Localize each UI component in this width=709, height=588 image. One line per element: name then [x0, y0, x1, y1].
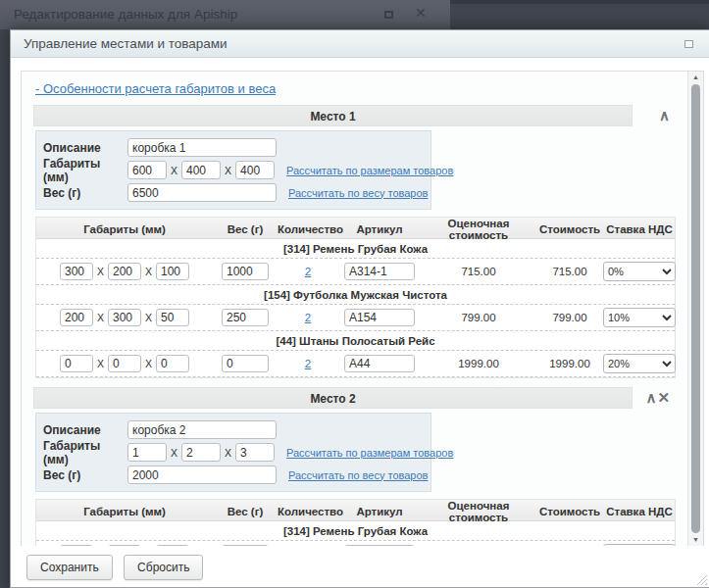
- weight-label: Вес (г): [43, 186, 127, 200]
- scrollbar-thumb[interactable]: [691, 84, 700, 533]
- header-weight: Вес (г): [213, 223, 278, 235]
- place-1-form: Описание Габариты (мм) X X Рассчитать по…: [35, 130, 431, 210]
- description-input[interactable]: [127, 420, 277, 439]
- save-button[interactable]: Сохранить: [26, 555, 113, 580]
- dims-cell: X X: [36, 309, 213, 326]
- product-group-title: [314] Ремень Грубая Кожа: [36, 521, 675, 540]
- item-dim-length-input[interactable]: [60, 309, 93, 326]
- delete-place-icon[interactable]: ✕: [657, 389, 670, 406]
- vertical-scrollbar[interactable]: ▲ ▼: [687, 72, 703, 546]
- dimension-separator: X: [171, 447, 177, 459]
- item-dim-width-input[interactable]: [108, 309, 141, 326]
- table-header-row: Габариты (мм) Вес (г) Количество Артикул…: [36, 218, 675, 239]
- place-2-header: Место 2 ∧✕: [33, 387, 676, 409]
- dimension-separator: X: [145, 312, 152, 323]
- dialog-footer: Сохранить Сбросить: [11, 546, 709, 587]
- resize-handle-icon[interactable]: [696, 574, 707, 585]
- item-sku-cell: [338, 263, 421, 280]
- header-quantity: Количество: [278, 223, 338, 235]
- item-dim-width-input[interactable]: [108, 263, 141, 280]
- maximize-icon[interactable]: [384, 11, 393, 19]
- content-scroll: - Особенности расчета габаритов и веса М…: [22, 72, 687, 546]
- reset-button[interactable]: Сбросить: [124, 555, 203, 580]
- dims-cell: X X: [36, 355, 213, 372]
- item-dim-height-input[interactable]: [156, 355, 189, 372]
- header-estimated-cost: Оценочная стоимость: [421, 218, 536, 241]
- weight-row: Вес (г) Рассчитать по весу товаров: [43, 464, 424, 486]
- calc-by-weight-link[interactable]: Рассчитать по весу товаров: [288, 469, 428, 481]
- manage-places-dialog: Управление местами и товарами - Особенно…: [10, 29, 709, 588]
- item-weight-cell: [213, 355, 278, 372]
- item-quantity-cell: 2: [278, 358, 338, 369]
- dimension-height-input[interactable]: [235, 443, 275, 462]
- sku-input[interactable]: [344, 355, 415, 372]
- collapse-place-icon[interactable]: ∧: [645, 389, 656, 406]
- item-weight-cell: [213, 309, 278, 326]
- product-row: X X 2 799.00 799.00: [36, 304, 675, 331]
- header-dimensions: Габариты (мм): [36, 506, 213, 517]
- background-window-titlebar: Редактирование данных для Apiship ✕: [0, 0, 450, 29]
- dimension-separator: X: [97, 312, 104, 323]
- quantity-link[interactable]: 2: [305, 266, 311, 277]
- dimension-length-input[interactable]: [127, 443, 167, 462]
- place-2-controls: ∧✕: [633, 389, 676, 407]
- dimension-height-input[interactable]: [235, 161, 275, 179]
- background-window-title: Редактирование данных для Apiship: [14, 7, 237, 22]
- place-2-items-table: Габариты (мм) Вес (г) Количество Артикул…: [35, 499, 676, 546]
- description-input[interactable]: [127, 138, 277, 157]
- header-weight: Вес (г): [213, 506, 278, 517]
- dims-cell: X X: [36, 263, 213, 280]
- product-row: X X 2 715.00 715.00: [36, 258, 675, 285]
- dimension-separator: X: [97, 266, 104, 277]
- dimension-width-input[interactable]: [181, 161, 221, 179]
- item-dim-length-input[interactable]: [60, 355, 93, 372]
- item-weight-cell: [213, 263, 278, 280]
- dimension-separator: X: [225, 447, 231, 459]
- vat-select[interactable]: 10%: [603, 308, 676, 327]
- vat-select[interactable]: 20%: [603, 354, 676, 373]
- header-vat: Ставка НДС: [603, 506, 676, 517]
- product-group-title: [154] Футболка Мужская Чистота: [36, 285, 675, 304]
- header-sku: Артикул: [338, 223, 421, 235]
- close-icon[interactable]: ✕: [415, 5, 427, 21]
- item-weight-input[interactable]: [222, 263, 269, 280]
- dimension-length-input[interactable]: [127, 161, 167, 179]
- header-estimated-cost: Оценочная стоимость: [421, 500, 536, 523]
- estimated-cost-value: 799.00: [421, 312, 536, 323]
- estimated-cost-value: 1999.00: [421, 358, 536, 369]
- header-sku: Артикул: [338, 506, 421, 517]
- calc-by-size-link[interactable]: Рассчитать по размерам товаров: [286, 447, 453, 459]
- weight-input[interactable]: [127, 466, 277, 484]
- product-row: X X 2 1999.00 1999.00: [36, 350, 675, 377]
- cost-value: 799.00: [536, 312, 603, 323]
- quantity-link[interactable]: 2: [305, 312, 311, 323]
- place-2-title-bar: Место 2: [33, 387, 633, 409]
- item-dim-height-input[interactable]: [156, 263, 189, 280]
- item-quantity-cell: 2: [278, 266, 338, 277]
- features-toggle-link[interactable]: - Особенности расчета габаритов и веса: [35, 81, 276, 96]
- weight-label: Вес (г): [43, 468, 127, 482]
- restore-icon[interactable]: [684, 40, 693, 48]
- item-sku-cell: [338, 309, 421, 326]
- place-1-items-table: Габариты (мм) Вес (г) Количество Артикул…: [35, 217, 676, 378]
- item-dim-height-input[interactable]: [156, 309, 189, 326]
- table-header-row: Габариты (мм) Вес (г) Количество Артикул…: [36, 500, 675, 521]
- dimension-width-input[interactable]: [181, 443, 221, 462]
- item-dim-length-input[interactable]: [60, 263, 93, 280]
- sku-input[interactable]: [344, 309, 415, 326]
- dimension-separator: X: [145, 266, 152, 277]
- item-weight-input[interactable]: [222, 309, 269, 326]
- scrollbar-up-icon[interactable]: ▲: [688, 73, 703, 82]
- quantity-link[interactable]: 2: [305, 358, 311, 369]
- collapse-place-icon[interactable]: ∧: [659, 107, 670, 123]
- scrollbar-down-icon[interactable]: ▼: [688, 535, 703, 545]
- header-cost: Стоимость: [536, 223, 603, 235]
- calc-by-weight-link[interactable]: Рассчитать по весу товаров: [288, 187, 428, 199]
- header-dimensions: Габариты (мм): [36, 223, 213, 235]
- item-weight-input[interactable]: [222, 355, 269, 372]
- calc-by-size-link[interactable]: Рассчитать по размерам товаров: [286, 165, 453, 176]
- weight-input[interactable]: [127, 183, 277, 202]
- item-dim-width-input[interactable]: [108, 355, 141, 372]
- vat-select[interactable]: 0%: [603, 262, 676, 281]
- sku-input[interactable]: [344, 263, 415, 280]
